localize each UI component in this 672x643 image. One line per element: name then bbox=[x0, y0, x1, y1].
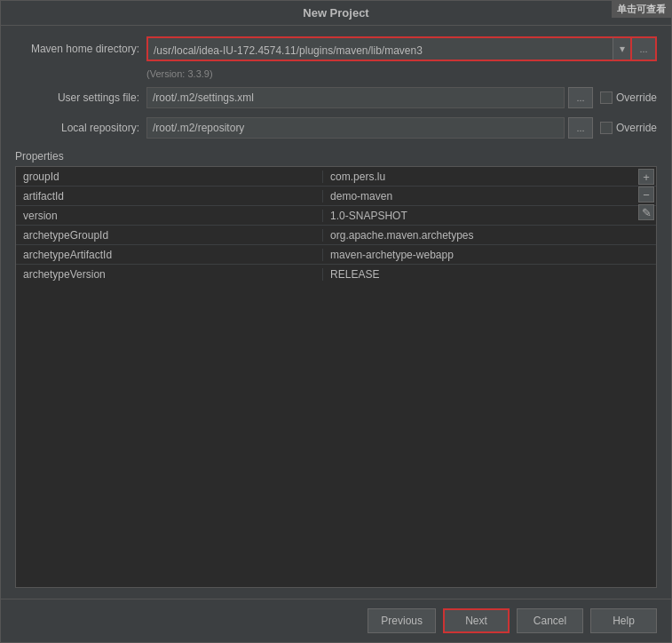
help-button[interactable]: Help bbox=[590, 608, 657, 633]
properties-rows-container: groupId com.pers.lu artifactId demo-mave… bbox=[16, 167, 656, 284]
table-row[interactable]: archetypeVersion RELEASE bbox=[16, 265, 656, 284]
chevron-down-icon: ▾ bbox=[620, 43, 625, 55]
user-settings-override-checkbox[interactable] bbox=[600, 91, 613, 104]
dialog-footer: Previous Next Cancel Help bbox=[1, 599, 671, 642]
prop-key: artifactId bbox=[16, 190, 323, 202]
corner-label: 单击可查看 bbox=[612, 1, 671, 18]
properties-header: Properties bbox=[15, 150, 657, 163]
remove-property-btn[interactable]: − bbox=[638, 187, 654, 202]
user-settings-row: User settings file: ... Override bbox=[15, 86, 657, 109]
maven-home-input[interactable]: /usr/local/idea-IU-172.4574.11/plugins/m… bbox=[146, 36, 613, 61]
user-settings-override-label: Override bbox=[616, 91, 657, 104]
prop-key: archetypeArtifactId bbox=[16, 249, 323, 261]
user-settings-input-group: ... Override bbox=[146, 87, 657, 108]
properties-table: groupId com.pers.lu artifactId demo-mave… bbox=[15, 166, 657, 588]
prop-value: 1.0-SNAPSHOT bbox=[323, 210, 656, 222]
maven-home-input-group: /usr/local/idea-IU-172.4574.11/plugins/m… bbox=[146, 36, 657, 61]
user-settings-browse-btn[interactable]: ... bbox=[568, 87, 593, 108]
local-repo-input-group: ... Override bbox=[146, 117, 657, 139]
table-row[interactable]: groupId com.pers.lu bbox=[16, 167, 656, 187]
new-project-dialog: New Project 单击可查看 Maven home directory: … bbox=[0, 0, 672, 643]
table-row[interactable]: archetypeArtifactId maven-archetype-weba… bbox=[16, 245, 656, 265]
local-repo-override-group: Override bbox=[600, 122, 657, 134]
local-repo-label: Local repository: bbox=[15, 122, 139, 134]
add-property-btn[interactable]: + bbox=[638, 169, 654, 185]
maven-home-row: Maven home directory: /usr/local/idea-IU… bbox=[15, 36, 657, 61]
local-repo-browse-btn[interactable]: ... bbox=[568, 117, 593, 139]
user-settings-override-group: Override bbox=[600, 91, 657, 104]
prop-value: RELEASE bbox=[323, 268, 656, 281]
maven-home-browse-btn[interactable]: ... bbox=[632, 36, 657, 61]
cancel-button[interactable]: Cancel bbox=[517, 608, 583, 633]
next-button[interactable]: Next bbox=[443, 608, 510, 633]
local-repo-row: Local repository: ... Override bbox=[15, 116, 657, 139]
prop-key: archetypeVersion bbox=[16, 268, 323, 281]
dialog-content: Maven home directory: /usr/local/idea-IU… bbox=[1, 26, 671, 599]
table-row[interactable]: version 1.0-SNAPSHOT bbox=[16, 206, 656, 226]
prop-key: archetypeGroupId bbox=[16, 229, 323, 242]
maven-version-label: (Version: 3.3.9) bbox=[146, 68, 657, 79]
user-settings-input[interactable] bbox=[146, 87, 565, 108]
previous-button[interactable]: Previous bbox=[368, 608, 436, 633]
dialog-title: New Project bbox=[303, 6, 368, 20]
local-repo-override-label: Override bbox=[616, 122, 657, 134]
props-actions: + − ✎ bbox=[638, 169, 654, 220]
edit-property-btn[interactable]: ✎ bbox=[638, 204, 654, 220]
prop-value: com.pers.lu bbox=[323, 171, 656, 183]
prop-key: version bbox=[16, 210, 323, 222]
prop-value: maven-archetype-webapp bbox=[323, 249, 656, 261]
maven-home-label: Maven home directory: bbox=[15, 43, 139, 55]
prop-value: demo-maven bbox=[323, 190, 656, 202]
local-repo-override-checkbox[interactable] bbox=[600, 122, 613, 134]
local-repo-input[interactable] bbox=[146, 117, 565, 139]
title-bar: New Project 单击可查看 bbox=[1, 1, 671, 26]
prop-value: org.apache.maven.archetypes bbox=[323, 229, 656, 242]
user-settings-label: User settings file: bbox=[15, 91, 139, 104]
table-row[interactable]: artifactId demo-maven bbox=[16, 187, 656, 206]
properties-section: Properties groupId com.pers.lu artifactI… bbox=[15, 150, 657, 588]
table-row[interactable]: archetypeGroupId org.apache.maven.archet… bbox=[16, 226, 656, 245]
maven-home-dropdown-btn[interactable]: ▾ bbox=[613, 36, 632, 61]
prop-key: groupId bbox=[16, 171, 323, 183]
